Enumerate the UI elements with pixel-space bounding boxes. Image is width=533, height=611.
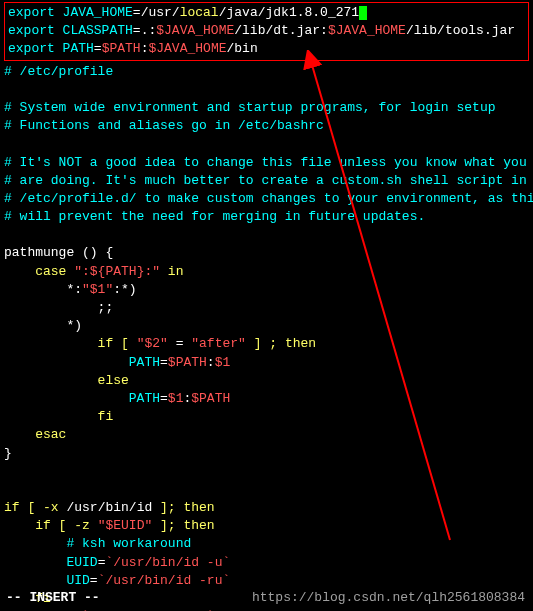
code-line: pathmunge () { xyxy=(4,244,529,262)
code-line: case ":${PATH}:" in xyxy=(4,263,529,281)
export-classpath: export CLASSPATH=.:$JAVA_HOME/lib/dt.jar… xyxy=(8,22,525,40)
comment-line: # ksh workaround xyxy=(4,535,529,553)
comment-line: # /etc/profile xyxy=(4,63,529,81)
comment-line: # are doing. It's much better to create … xyxy=(4,172,529,190)
code-line: EUID=`/usr/bin/id -u` xyxy=(4,554,529,572)
blank xyxy=(4,463,529,481)
blank xyxy=(4,135,529,153)
code-line: else xyxy=(4,372,529,390)
code-line: esac xyxy=(4,426,529,444)
blank xyxy=(4,481,529,499)
code-line: PATH=$PATH:$1 xyxy=(4,354,529,372)
export-java-home: export JAVA_HOME=/usr/local/java/jdk1.8.… xyxy=(8,4,525,22)
comment-line: # Functions and aliases go in /etc/bashr… xyxy=(4,117,529,135)
export-path: export PATH=$PATH:$JAVA_HOME/bin xyxy=(8,40,525,58)
blank xyxy=(4,81,529,99)
code-line: } xyxy=(4,445,529,463)
vim-mode-indicator: -- INSERT -- xyxy=(6,590,100,605)
comment-line: # will prevent the need for merging in f… xyxy=(4,208,529,226)
code-line: if [ -z "$EUID" ]; then xyxy=(4,517,529,535)
code-line: UID=`/usr/bin/id -ru` xyxy=(4,572,529,590)
blank xyxy=(4,226,529,244)
highlighted-exports: export JAVA_HOME=/usr/local/java/jdk1.8.… xyxy=(4,2,529,61)
code-line: if [ -x /usr/bin/id ]; then xyxy=(4,499,529,517)
watermark: https://blog.csdn.net/qlh2561808384 xyxy=(252,590,525,605)
code-line: ;; xyxy=(4,299,529,317)
code-line: fi xyxy=(4,408,529,426)
comment-line: # System wide environment and startup pr… xyxy=(4,99,529,117)
cursor xyxy=(359,6,367,20)
comment-line: # It's NOT a good idea to change this fi… xyxy=(4,154,529,172)
code-line: if [ "$2" = "after" ] ; then xyxy=(4,335,529,353)
terminal-view[interactable]: export JAVA_HOME=/usr/local/java/jdk1.8.… xyxy=(0,0,533,611)
code-line: *:"$1":*) xyxy=(4,281,529,299)
code-line: PATH=$1:$PATH xyxy=(4,390,529,408)
code-line: *) xyxy=(4,317,529,335)
comment-line: # /etc/profile.d/ to make custom changes… xyxy=(4,190,529,208)
